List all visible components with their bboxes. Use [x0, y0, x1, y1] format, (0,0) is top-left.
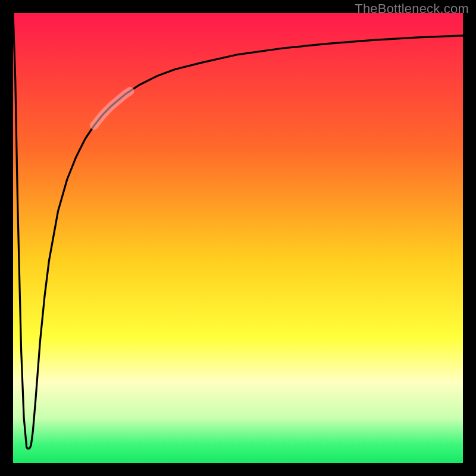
bottleneck-chart [0, 0, 476, 476]
watermark-text: TheBottleneck.com [355, 1, 469, 17]
chart-frame: TheBottleneck.com [0, 0, 476, 476]
plot-background [13, 13, 463, 463]
